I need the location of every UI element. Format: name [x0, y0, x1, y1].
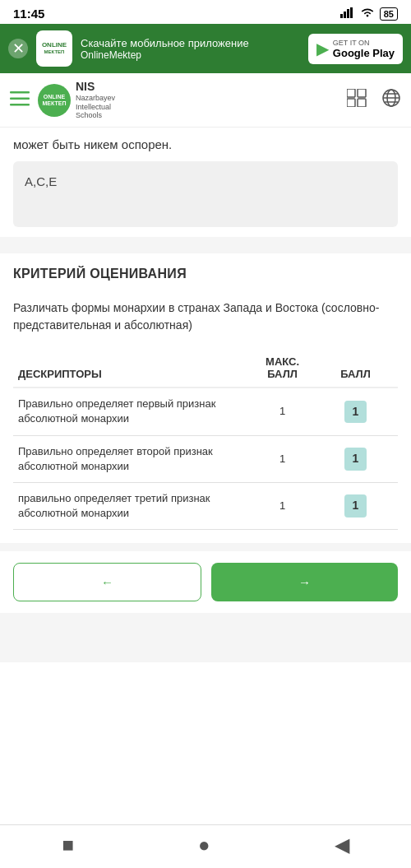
svg-rect-0	[340, 14, 343, 18]
play-store-icon: ▶	[316, 39, 329, 58]
descriptors-table: ДЕСКРИПТОРЫ МАКС. БАЛЛ БАЛЛ Правильно оп…	[13, 349, 398, 530]
answer-section: может быть никем оспорен. A,C,E	[0, 128, 411, 237]
criteria-description: Различать формы монархии в странах Запад…	[13, 299, 398, 334]
globe-icon[interactable]	[381, 88, 401, 113]
signal-icon	[340, 7, 355, 21]
answer-box: A,C,E	[13, 161, 398, 227]
criteria-section: КРИТЕРИЙ ОЦЕНИВАНИЯ Различать формы мона…	[0, 253, 411, 543]
table-view-icon[interactable]	[347, 89, 367, 112]
separator	[0, 237, 411, 245]
criteria-header: КРИТЕРИЙ ОЦЕНИВАНИЯ	[13, 267, 398, 288]
svg-rect-3	[350, 7, 353, 18]
bottom-spacer	[0, 613, 411, 662]
nav-logo: ONLINE МЕКТЕП NIS Nazarbayev Intellectua…	[38, 80, 115, 120]
score-value: 1	[313, 388, 398, 435]
descriptor-text: Правильно определяет первый признак абсо…	[13, 388, 252, 435]
max-score-value: 1	[252, 482, 313, 529]
col-header-max-score: МАКС. БАЛЛ	[252, 349, 313, 388]
status-time: 11:45	[13, 7, 44, 21]
col-header-descriptor: ДЕСКРИПТОРЫ	[13, 349, 252, 388]
bottom-navigation: ■ ● ◀	[0, 824, 411, 868]
table-row: Правильно определяет второй признак абсо…	[13, 435, 398, 482]
preceding-text: может быть никем оспорен.	[13, 137, 398, 151]
online-mektep-logo: ONLINE МЕКТЕП	[38, 84, 71, 117]
max-score-value: 1	[252, 435, 313, 482]
svg-point-4	[366, 15, 368, 17]
svg-rect-9	[358, 89, 366, 97]
top-navigation: ONLINE МЕКТЕП NIS Nazarbayev Intellectua…	[0, 73, 411, 128]
score-badge: 1	[344, 401, 367, 424]
svg-rect-8	[347, 89, 355, 97]
descriptor-text: правильно определяет третий признак абсо…	[13, 482, 252, 529]
svg-rect-1	[344, 12, 346, 18]
google-play-button[interactable]: ▶ GET IT ON Google Play	[308, 34, 403, 64]
battery-icon: 85	[380, 7, 398, 21]
hamburger-menu-button[interactable]	[10, 90, 30, 111]
table-row: правильно определяет третий признак абсо…	[13, 482, 398, 529]
score-badge: 1	[344, 494, 367, 518]
banner-text: Скачайте мобильное приложение OnlineMekt…	[81, 37, 300, 61]
svg-rect-5	[10, 91, 30, 94]
banner-logo: ONLINE МЕКТЕП	[36, 30, 72, 67]
svg-rect-2	[347, 9, 349, 18]
wifi-icon	[360, 7, 375, 21]
status-bar: 11:45 85	[0, 0, 411, 24]
score-value: 1	[313, 482, 398, 529]
score-value: 1	[313, 435, 398, 482]
svg-rect-7	[10, 104, 30, 106]
status-icons: 85	[340, 7, 398, 21]
bottom-buttons: ← →	[0, 551, 411, 613]
banner-close-button[interactable]: ✕	[8, 39, 28, 58]
col-header-score: БАЛЛ	[313, 349, 398, 388]
nis-logo: NIS Nazarbayev Intellectual Schools	[76, 80, 115, 120]
promo-banner: ✕ ONLINE МЕКТЕП Скачайте мобильное прило…	[0, 24, 411, 73]
score-badge: 1	[344, 448, 367, 471]
back-button[interactable]: ←	[13, 563, 201, 601]
square-nav-icon[interactable]: ■	[62, 833, 75, 856]
svg-rect-11	[358, 99, 366, 107]
table-row: Правильно определяет первый признак абсо…	[13, 388, 398, 435]
descriptor-text: Правильно определяет второй признак абсо…	[13, 435, 252, 482]
answer-value: A,C,E	[25, 174, 57, 188]
main-content: может быть никем оспорен. A,C,E КРИТЕРИЙ…	[0, 128, 411, 662]
svg-rect-10	[347, 99, 355, 107]
next-button[interactable]: →	[211, 563, 398, 601]
max-score-value: 1	[252, 388, 313, 435]
home-nav-icon[interactable]: ●	[198, 833, 210, 856]
back-nav-icon[interactable]: ◀	[335, 833, 349, 856]
svg-rect-6	[10, 97, 30, 100]
